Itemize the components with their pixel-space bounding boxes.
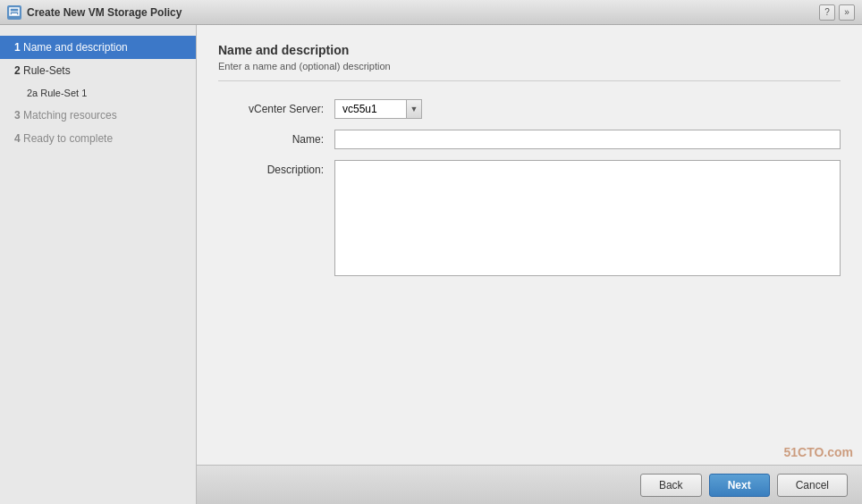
vcenter-value: vc55u1 xyxy=(334,99,406,119)
back-button[interactable]: Back xyxy=(640,474,702,497)
sidebar-label-1: Name and description xyxy=(23,41,128,54)
form-subtitle: Enter a name and (optional) description xyxy=(218,61,841,81)
sidebar-label-4: Ready to complete xyxy=(23,132,113,145)
next-button[interactable]: Next xyxy=(709,474,770,497)
vcenter-row: vCenter Server: vc55u1 ▼ xyxy=(218,99,841,119)
step-number-3: 3 xyxy=(14,109,23,122)
svg-rect-2 xyxy=(12,13,17,15)
description-label: Description: xyxy=(218,160,334,176)
sidebar-item-matching-resources: 3 Matching resources xyxy=(0,104,196,127)
sidebar-label-2a: Rule-Set 1 xyxy=(40,88,87,98)
description-row: Description: xyxy=(218,160,841,279)
main-content: 1 Name and description 2 Rule-Sets 2a Ru… xyxy=(0,25,862,504)
step-number-4: 4 xyxy=(14,132,23,145)
description-field xyxy=(334,160,841,279)
wizard-footer: Back Next Cancel xyxy=(197,465,862,504)
name-input[interactable] xyxy=(334,130,841,149)
expand-button[interactable]: » xyxy=(839,4,855,21)
step-number-2: 2 xyxy=(14,64,23,77)
form-area: Name and description Enter a name and (o… xyxy=(197,25,862,465)
name-field xyxy=(334,130,841,149)
right-panel: Name and description Enter a name and (o… xyxy=(197,25,862,504)
sidebar-label-2: Rule-Sets xyxy=(23,64,71,77)
form-title: Name and description xyxy=(218,43,841,57)
wizard-sidebar: 1 Name and description 2 Rule-Sets 2a Ru… xyxy=(0,25,197,504)
vcenter-field: vc55u1 ▼ xyxy=(334,99,841,119)
sidebar-item-rule-sets[interactable]: 2 Rule-Sets xyxy=(0,59,196,82)
cancel-button[interactable]: Cancel xyxy=(777,474,848,497)
vcenter-label: vCenter Server: xyxy=(218,99,334,115)
sidebar-item-ready-to-complete: 4 Ready to complete xyxy=(0,127,196,150)
help-button[interactable]: ? xyxy=(819,4,835,21)
dialog-title: Create New VM Storage Policy xyxy=(27,6,814,19)
vcenter-select: vc55u1 ▼ xyxy=(334,99,841,119)
name-row: Name: xyxy=(218,130,841,149)
app-icon xyxy=(7,5,21,20)
sidebar-label-3: Matching resources xyxy=(23,109,117,122)
title-bar-controls: ? » xyxy=(819,4,855,21)
sidebar-item-rule-set-1[interactable]: 2a Rule-Set 1 xyxy=(0,82,196,104)
sidebar-item-name-desc[interactable]: 1 Name and description xyxy=(0,36,196,59)
step-number-2a: 2a xyxy=(27,88,40,98)
watermark: 51CTO.com xyxy=(783,445,853,459)
vcenter-dropdown-button[interactable]: ▼ xyxy=(406,99,422,119)
description-textarea[interactable] xyxy=(334,160,841,276)
name-label: Name: xyxy=(218,130,334,146)
step-number-1: 1 xyxy=(14,41,23,54)
title-bar: Create New VM Storage Policy ? » xyxy=(0,0,862,25)
